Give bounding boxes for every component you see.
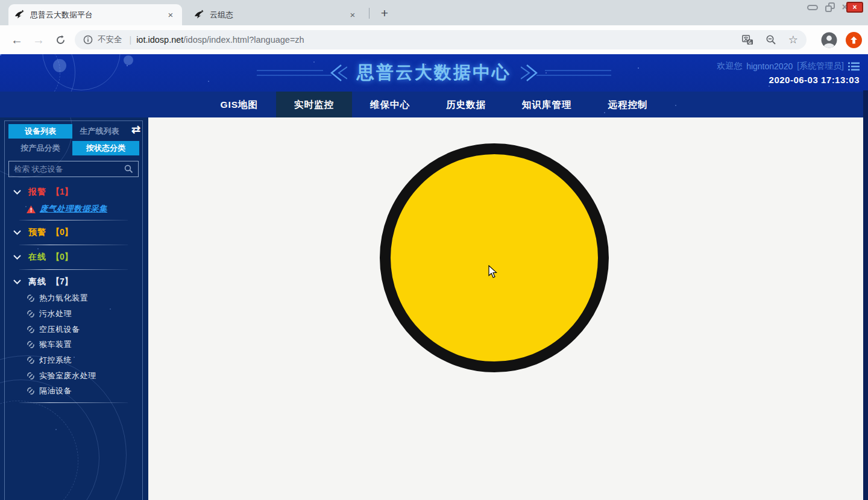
nav-item-gis-map[interactable]: GIS地图 xyxy=(202,92,276,117)
zoom-out-icon[interactable] xyxy=(766,34,776,45)
group-label: 报警 xyxy=(28,187,46,198)
tab-production-line-list[interactable]: 生产线列表 xyxy=(72,124,127,139)
chevron-down-icon[interactable] xyxy=(13,230,21,235)
unlink-icon xyxy=(27,340,35,349)
page-right-edge xyxy=(863,90,868,500)
app-header: 思普云大数据中心 欢迎您 hignton2020 [系统管理员] xyxy=(0,54,868,92)
page-title: 思普云大数据中心 xyxy=(357,61,511,85)
window-close-button[interactable]: × xyxy=(846,2,863,13)
device-label: 猴车装置 xyxy=(39,339,72,350)
window-minimize-icon[interactable] xyxy=(807,5,818,10)
swap-icon[interactable]: ⇄ xyxy=(131,123,140,136)
browser-update-icon[interactable] xyxy=(846,32,862,48)
device-panel: 设备列表 生产线列表 ⇄ 按产品分类 按状态分类 xyxy=(4,120,143,500)
url-separator: | xyxy=(130,35,132,45)
device-item[interactable]: 猴车装置 xyxy=(27,339,72,351)
group-label: 在线 xyxy=(28,252,46,263)
tab-device-list[interactable]: 设备列表 xyxy=(8,124,72,139)
browser-tab-strip: 思普云大数据平台 × 云组态 × + × × xyxy=(0,0,868,25)
site-favicon-icon xyxy=(194,10,204,20)
nav-item-realtime-monitor[interactable]: 实时监控 xyxy=(276,92,352,117)
security-label[interactable]: 不安全 xyxy=(98,34,122,45)
device-sidebar: 设备列表 生产线列表 ⇄ 按产品分类 按状态分类 xyxy=(0,117,148,500)
device-item[interactable]: 污水处理 xyxy=(27,308,72,320)
monitor-canvas[interactable] xyxy=(148,117,868,500)
search-icon[interactable] xyxy=(124,164,133,173)
browser-tab-2[interactable]: 云组态 × xyxy=(188,4,364,25)
unlink-icon xyxy=(27,325,35,334)
group-count: 【0】 xyxy=(51,227,73,238)
unlink-icon xyxy=(27,310,35,318)
tab-close-icon[interactable]: × xyxy=(165,10,176,20)
device-label: 隔油设备 xyxy=(39,386,72,396)
device-item[interactable]: 灯控系统 xyxy=(27,354,72,366)
device-item[interactable]: 热力氧化装置 xyxy=(27,292,88,304)
app-page: 思普云大数据中心 欢迎您 hignton2020 [系统管理员] xyxy=(0,54,868,500)
warning-triangle-icon xyxy=(27,205,36,213)
profile-avatar[interactable] xyxy=(821,32,837,48)
device-label: 空压机设备 xyxy=(39,324,80,335)
group-offline[interactable]: 离线 【7】 xyxy=(5,275,142,289)
group-label: 离线 xyxy=(28,277,46,287)
group-count: 【1】 xyxy=(51,187,73,198)
info-icon[interactable] xyxy=(83,35,93,45)
reload-icon[interactable] xyxy=(49,30,71,50)
group-online[interactable]: 在线 【0】 xyxy=(5,251,142,264)
welcome-bar: 欢迎您 hignton2020 [系统管理员] xyxy=(717,61,860,72)
title-right-decoration xyxy=(521,62,611,84)
device-label: 实验室废水处理 xyxy=(39,370,96,381)
device-search-box xyxy=(8,161,139,177)
chevron-down-icon[interactable] xyxy=(13,280,21,284)
chevron-down-icon[interactable] xyxy=(13,190,21,195)
browser-tab-1[interactable]: 思普云大数据平台 × xyxy=(8,4,182,25)
username: hignton2020 xyxy=(746,61,793,71)
device-label: 污水处理 xyxy=(39,308,72,319)
address-bar[interactable]: 不安全 | iot.idosp.net/idosp/index.html?lan… xyxy=(75,30,807,49)
status-circle-shape[interactable] xyxy=(380,143,609,372)
group-count: 【7】 xyxy=(51,277,73,287)
site-favicon-icon xyxy=(14,10,25,20)
screen: 思普云大数据平台 × 云组态 × + × × ← → xyxy=(0,0,868,500)
alarm-device-link[interactable]: 废气处理数据采集 xyxy=(40,204,107,214)
nav-item-knowledge-base[interactable]: 知识库管理 xyxy=(504,92,590,117)
welcome-prefix: 欢迎您 xyxy=(717,61,742,72)
tab-separator xyxy=(369,8,370,19)
url-text[interactable]: iot.idosp.net/idosp/index.html?language=… xyxy=(136,35,304,45)
device-item[interactable]: 空压机设备 xyxy=(27,323,80,336)
bookmark-star-icon[interactable]: ☆ xyxy=(788,33,798,46)
nav-item-history-data[interactable]: 历史数据 xyxy=(428,92,504,117)
tab-title: 云组态 xyxy=(210,10,347,20)
mouse-cursor xyxy=(488,265,498,279)
nav-item-remote-control[interactable]: 远程控制 xyxy=(590,92,666,117)
device-item[interactable]: 实验室废水处理 xyxy=(27,370,96,382)
divider xyxy=(19,402,128,403)
group-count: 【0】 xyxy=(51,252,73,263)
device-label: 热力氧化装置 xyxy=(39,293,88,304)
menu-list-icon[interactable] xyxy=(848,62,860,71)
alarm-device-item[interactable]: 废气处理数据采集 xyxy=(27,203,107,215)
back-icon[interactable]: ← xyxy=(6,30,28,50)
user-role: [系统管理员] xyxy=(797,61,844,72)
divider xyxy=(19,220,128,220)
translate-icon[interactable] xyxy=(742,35,753,45)
device-search-input[interactable] xyxy=(14,164,124,173)
nav-item-maintenance-center[interactable]: 维保中心 xyxy=(352,92,428,117)
title-left-decoration xyxy=(257,62,347,84)
window-controls: × × xyxy=(807,2,863,13)
unlink-icon xyxy=(27,387,35,395)
tab-by-status[interactable]: 按状态分类 xyxy=(72,141,139,155)
tab-title: 思普云大数据平台 xyxy=(30,10,165,20)
window-restore-icon[interactable] xyxy=(825,2,835,12)
group-warning[interactable]: 预警 【0】 xyxy=(5,226,142,239)
datetime: 2020-06-03 17:13:03 xyxy=(769,75,860,85)
new-tab-button[interactable]: + xyxy=(376,5,393,22)
url-path: /idosp/index.html?language=zh xyxy=(183,35,304,45)
forward-icon[interactable]: → xyxy=(28,30,49,50)
chevron-down-icon[interactable] xyxy=(13,255,21,260)
device-item[interactable]: 隔油设备 xyxy=(27,385,72,397)
unlink-icon xyxy=(27,294,35,302)
tab-close-icon[interactable]: × xyxy=(347,10,358,20)
group-alarm[interactable]: 报警 【1】 xyxy=(5,186,142,199)
divider xyxy=(19,245,128,245)
tab-by-product[interactable]: 按产品分类 xyxy=(8,141,72,155)
